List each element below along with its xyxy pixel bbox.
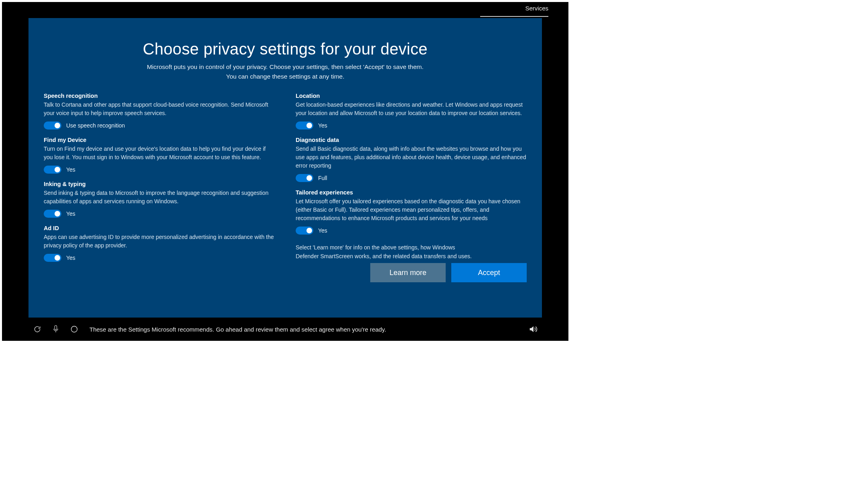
toggle-ad-id[interactable] <box>44 254 61 262</box>
setting-speech-recognition: Speech recognition Talk to Cortana and o… <box>44 93 275 130</box>
setting-inking-typing: Inking & typing Send inking & typing dat… <box>44 181 275 218</box>
oobe-window: Services Choose privacy settings for you… <box>2 2 568 341</box>
settings-column-right: Location Get location-based experiences … <box>296 93 527 310</box>
toggle-tailored-experiences[interactable] <box>296 227 313 235</box>
accept-button[interactable]: Accept <box>451 263 527 282</box>
bottom-status-text: These are the Settings Microsoft recomme… <box>89 326 568 333</box>
sync-icon[interactable] <box>33 325 41 333</box>
setting-title: Tailored experiences <box>296 189 527 196</box>
svg-rect-0 <box>55 326 57 330</box>
toggle-label: Yes <box>66 255 75 261</box>
setting-description: Talk to Cortana and other apps that supp… <box>44 101 275 117</box>
microphone-icon[interactable] <box>53 325 59 334</box>
setting-description: Send all Basic diagnostic data, along wi… <box>296 145 527 170</box>
setting-description: Turn on Find my device and use your devi… <box>44 145 275 162</box>
learn-more-button[interactable]: Learn more <box>370 263 446 282</box>
page-title: Choose privacy settings for your device <box>44 40 527 58</box>
setting-diagnostic-data: Diagnostic data Send all Basic diagnosti… <box>296 137 527 182</box>
toggle-label: Full <box>318 175 327 181</box>
toggle-speech-recognition[interactable] <box>44 121 61 130</box>
bottom-bar: These are the Settings Microsoft recomme… <box>2 318 568 341</box>
toggle-diagnostic-data[interactable] <box>296 174 313 182</box>
setting-location: Location Get location-based experiences … <box>296 93 527 130</box>
setting-find-my-device: Find my Device Turn on Find my device an… <box>44 137 275 174</box>
subtitle-line-2: You can change these settings at any tim… <box>226 73 345 80</box>
setting-title: Find my Device <box>44 137 275 143</box>
toggle-find-my-device[interactable] <box>44 166 61 174</box>
toggle-inking-typing[interactable] <box>44 210 61 218</box>
setting-title: Ad ID <box>44 225 275 231</box>
hint-line-1: Select 'Learn more' for info on the abov… <box>296 244 455 251</box>
privacy-settings-panel: Choose privacy settings for your device … <box>28 18 542 318</box>
setting-description: Apps can use advertising ID to provide m… <box>44 233 275 250</box>
page-subtitle: Microsoft puts you in control of your pr… <box>44 62 527 81</box>
learn-more-hint: Select 'Learn more' for info on the abov… <box>296 243 527 261</box>
svg-point-1 <box>71 326 77 332</box>
toggle-label: Yes <box>318 122 327 129</box>
tab-services[interactable]: Services <box>525 5 548 12</box>
toggle-location[interactable] <box>296 121 313 130</box>
toggle-label: Use speech recognition <box>66 122 125 129</box>
toggle-label: Yes <box>66 211 75 217</box>
setting-title: Diagnostic data <box>296 137 527 143</box>
setting-tailored-experiences: Tailored experiences Let Microsoft offer… <box>296 189 527 235</box>
circle-icon[interactable] <box>70 325 78 333</box>
settings-column-left: Speech recognition Talk to Cortana and o… <box>44 93 275 310</box>
setting-description: Send inking & typing data to Microsoft t… <box>44 189 275 206</box>
subtitle-line-1: Microsoft puts you in control of your pr… <box>147 63 424 70</box>
hint-line-2: Defender SmartScreen works, and the rela… <box>296 253 472 259</box>
speaker-icon[interactable] <box>528 325 537 334</box>
setting-title: Location <box>296 93 527 99</box>
setting-title: Speech recognition <box>44 93 275 99</box>
setting-title: Inking & typing <box>44 181 275 187</box>
setting-description: Get location-based experiences like dire… <box>296 101 527 117</box>
setting-description: Let Microsoft offer you tailored experie… <box>296 197 527 223</box>
tab-underline <box>480 16 548 17</box>
toggle-label: Yes <box>318 227 327 234</box>
toggle-label: Yes <box>66 166 75 173</box>
setting-ad-id: Ad ID Apps can use advertising ID to pro… <box>44 225 275 262</box>
